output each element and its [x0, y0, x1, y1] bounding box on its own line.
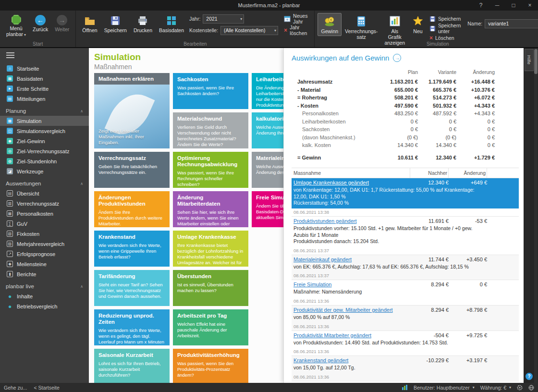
sidebar-item-mehrjahresvergleich[interactable]: ▨Mehrjahresvergleich	[0, 239, 89, 249]
measure-title[interactable]: Produktivität der gew. Mitarbeiter geänd…	[293, 307, 410, 313]
sidebar-item-ziel-verrechnungssatz[interactable]: ◎Ziel-Verrechnungssatz	[0, 146, 89, 156]
summary-row-davon-maschinenkst: (davon Maschinenkst.)(0 €)(0 €)0 €	[292, 134, 519, 142]
sidebar-section-auswertungen[interactable]: Auswertungen∧	[0, 176, 89, 188]
sidebar-item-ziel-gewinn[interactable]: ◉Ziel-Gewinn	[0, 136, 89, 146]
goto-link[interactable]: Gehe zu...	[4, 385, 27, 391]
tile-title: Sachkosten	[177, 76, 244, 83]
sidebar-item-erste-schritte[interactable]: ►Erste Schritte	[0, 84, 89, 94]
sidebar-item-uebersicht[interactable]: ▤Übersicht	[0, 188, 89, 198]
summary-header-plan: Plan	[379, 69, 418, 75]
tile-tarifaenderung[interactable]: TarifänderungSteht ein neuer Tarif an? S…	[94, 270, 170, 306]
measure-row-produktivitaet-der-gew-mitarbeiter-geaendert[interactable]: Produktivität der gew. Mitarbeiter geänd…	[292, 306, 519, 331]
sidebar-item-startseite[interactable]: ⌂Startseite	[0, 63, 89, 74]
minimize-icon[interactable]: ─	[489, 0, 505, 11]
measure-row-produktivstunden-geaendert[interactable]: Produktivstunden geändert11.691 €-53 €Pr…	[292, 217, 519, 255]
sidebar-item-basisdaten[interactable]: ▦Basisdaten	[0, 74, 89, 84]
sidebar-item-personalkosten[interactable]: ▦Personalkosten	[0, 208, 89, 219]
neu-button[interactable]: Neu	[408, 13, 428, 36]
sidebar-item-label: Inhalte	[17, 294, 33, 299]
gear-icon[interactable]	[517, 385, 523, 391]
help-icon[interactable]: ?	[473, 0, 489, 11]
sidebar-item-mitteilungen[interactable]: ▤Mitteilungen	[0, 94, 89, 104]
tile-umlage-krankenkasse[interactable]: Umlage KrankenkasseIhre Krankenkasse bie…	[173, 231, 248, 267]
variant-name-combo[interactable]: variante1▾	[485, 19, 538, 28]
vertical-scrollbar[interactable]	[534, 48, 538, 383]
help-button[interactable]: ?	[526, 373, 533, 380]
tile-massnahmen-erklaeren[interactable]: Maßnahmen erklärenZeigt eine Liste aller…	[94, 73, 170, 148]
sidebar-item-verrechnungssatz[interactable]: ▥Verrechnungssatz	[0, 198, 89, 208]
scrollbar-thumb[interactable]	[534, 49, 538, 74]
tile-aenderungen-produktivstunden[interactable]: Änderungen ProduktivstundenÄndern Sie Ih…	[94, 191, 170, 227]
gewinn-button[interactable]: € Gewinn	[318, 13, 342, 36]
verrechnungssatz-button[interactable]: Verrechnungs-satz	[342, 13, 381, 42]
summary-plan-value: 508.201 €	[379, 95, 418, 100]
milestones-icon: ◆	[7, 261, 13, 267]
measure-row-produktivitaet-mitarbeiter-geaendert[interactable]: Produktivität Mitarbeiter geändert-504 €…	[292, 331, 519, 356]
tile-reduzierung-unprod-zeiten[interactable]: Reduzierung unprod. ZeitenWie verändern …	[94, 309, 170, 345]
chevron-down-icon: ▾	[24, 33, 26, 37]
sidebar-item-fixkosten[interactable]: ▧Fixkosten	[0, 229, 89, 239]
measure-title[interactable]: Freie Simulation	[293, 282, 410, 287]
tile-sachkosten[interactable]: SachkostenWas passiert, wenn Sie Ihre Sa…	[173, 73, 248, 109]
sidebar-item-meilensteine[interactable]: ◆Meilensteine	[0, 259, 89, 269]
measure-title[interactable]: Umlage Krankenkasse geändert	[293, 180, 410, 185]
hamburger-menu-icon[interactable]	[6, 52, 14, 60]
user-dropdown[interactable]: Benutzer: Hauptbenutzer▾	[414, 385, 475, 391]
save-as-button[interactable]: Speichern unter	[428, 24, 463, 33]
sidebar-item-inhalte[interactable]: ●Inhalte	[0, 291, 89, 301]
tile-produktivitaetserhoehung[interactable]: ProduktivitätserhöhungWas passiert, wenn…	[173, 349, 248, 383]
sidebar-section-planbar-live[interactable]: planbar live∧	[0, 279, 89, 291]
basisdaten-button[interactable]: Basisdaten	[156, 13, 187, 35]
summary-row-jahresumsatz: Jahresumsatz1.163.201 €1.179.649 €+16.44…	[292, 78, 519, 86]
measures-header-nachher: Nachher	[410, 168, 448, 178]
forward-button[interactable]: → Weiter	[51, 13, 73, 34]
new-year-button[interactable]: + Neues Jahr	[282, 14, 309, 23]
tile-aenderung-mitarbeiterdaten[interactable]: Änderung MitarbeiterdatenSehen Sie hier,…	[173, 191, 248, 227]
sidebar-item-guv[interactable]: ∑GuV	[0, 219, 89, 229]
costcenter-select[interactable]: (Alle Kostenstellen)▾	[220, 26, 278, 35]
save-variant-button[interactable]: Speichern	[428, 14, 463, 23]
tile-krankenstand[interactable]: KrankenstandWie verändern sich Ihre Wert…	[94, 231, 170, 267]
back-startseite-link[interactable]: < Startseite	[34, 385, 59, 391]
sidebar-item-simulation[interactable]: ▦Simulation	[0, 116, 89, 126]
tile-materialschwund[interactable]: MaterialschwundVerlieren Sie Geld durch …	[173, 112, 248, 148]
print-button[interactable]: Drucken	[130, 13, 156, 35]
maximize-icon[interactable]: □	[505, 0, 522, 11]
globe-icon[interactable]	[528, 385, 534, 391]
menu-planbar-button[interactable]: Menüplanbar▾	[3, 13, 29, 39]
hilfe-tab[interactable]: Hilfe	[525, 49, 534, 71]
measure-row-krankenstand-geaendert[interactable]: Krankenstand geändert-10.229 €+3.197 €vo…	[292, 356, 519, 381]
save-button[interactable]: Speichern	[101, 13, 130, 35]
sidebar-item-ziel-stundenlohn[interactable]: ◍Ziel-Stundenlohn	[0, 156, 89, 166]
measure-title[interactable]: Krankenstand geändert	[293, 357, 410, 363]
measure-timestamp: 08.06.2021 13:36	[292, 348, 519, 355]
measure-change-value: 0 €	[449, 282, 487, 287]
sidebar-item-berichte[interactable]: ▮Berichte	[0, 269, 89, 279]
home-icon: ⌂	[7, 65, 13, 72]
measure-title[interactable]: Produktivität Mitarbeiter geändert	[293, 332, 410, 338]
tile-ueberstunden[interactable]: ÜberstundenIst es sinnvoll, Überstunden …	[173, 270, 248, 306]
measure-row-umlage-krankenkasse-geaendert[interactable]: Umlage Krankenkasse geändert12.340 €+649…	[292, 178, 519, 217]
tile-saisonale-kurzarbeit[interactable]: Saisonale KurzarbeitLohnt es sich für Ih…	[94, 349, 170, 383]
tile-verrechnungssatz[interactable]: VerrechnungssatzGeben Sie Ihre tatsächli…	[94, 152, 170, 188]
measure-row-materialeinkauf-geaendert[interactable]: Materialeinkauf geändert11.744 €+3.450 €…	[292, 255, 519, 281]
sidebar-section-planung[interactable]: Planung∧	[0, 104, 89, 116]
close-icon[interactable]: ×	[522, 0, 538, 11]
sidebar-item-werkzeuge[interactable]: ◪Werkzeuge	[0, 166, 89, 176]
measure-row-freie-simulation[interactable]: Freie Simulation8.294 €0 €Maßnahme: Name…	[292, 280, 519, 306]
sidebar-item-label: Übersicht	[17, 191, 39, 196]
panel-title-link[interactable]: Auswirkungen auf den Gewinn →	[292, 54, 519, 62]
tile-arbeitszeit-pro-tag[interactable]: Arbeitszeit pro TagWelchen Effekt hat ei…	[173, 309, 248, 345]
currency-dropdown[interactable]: Währung: €▾	[480, 385, 511, 391]
sidebar-item-betriebsvergleich[interactable]: ●Betriebsvergleich	[0, 301, 89, 311]
sidebar-item-erfolgsprognose[interactable]: ↗Erfolgsprognose	[0, 249, 89, 259]
year-select[interactable]: 2021▾	[203, 14, 244, 24]
measure-title[interactable]: Materialeinkauf geändert	[293, 257, 410, 262]
sidebar-item-simulationsvergleich[interactable]: ◫Simulationsvergleich	[0, 126, 89, 136]
measure-title[interactable]: Produktivstunden geändert	[293, 218, 410, 224]
delete-year-button[interactable]: × Jahr löschen	[282, 26, 309, 35]
tile-optimierung-rechnungsabwicklung[interactable]: Optimierung RechnungsabwicklungWas passi…	[173, 152, 248, 188]
back-button[interactable]: ← Zurück	[29, 13, 51, 34]
star-icon	[412, 15, 424, 27]
open-button[interactable]: Öffnen	[79, 13, 100, 35]
